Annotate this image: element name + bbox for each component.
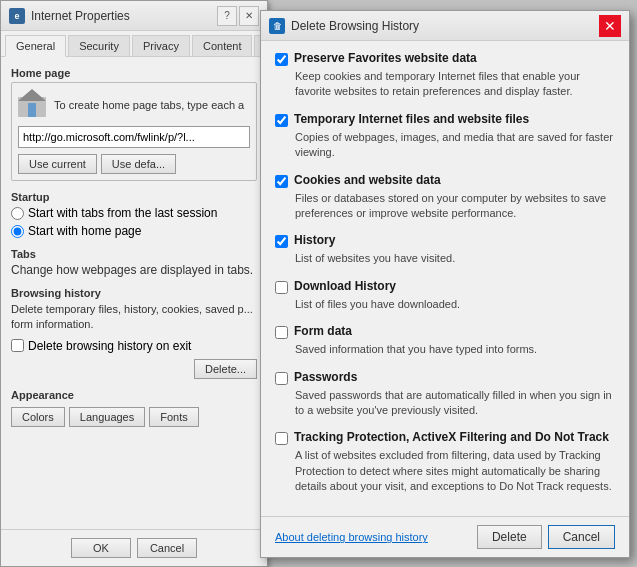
delete-button[interactable]: Delete... [194,359,257,379]
dbh-title-tracking: Tracking Protection, ActiveX Filtering a… [294,430,609,444]
startup-option2-row: Start with home page [11,224,257,238]
dbh-desc-favorites: Keep cookies and temporary Internet file… [275,69,615,100]
dbh-delete-button[interactable]: Delete [477,525,542,549]
fonts-button[interactable]: Fonts [149,407,199,427]
close-button[interactable]: ✕ [239,6,259,26]
appearance-label: Appearance [11,389,257,401]
dbh-close-button[interactable]: ✕ [599,15,621,37]
ip-tabs: General Security Privacy Content Connect… [1,31,267,57]
dbh-desc-history: List of websites you have visited. [275,251,615,266]
browsing-hist-desc: Delete temporary files, history, cookies… [11,302,257,333]
dbh-item-temp-files: Temporary Internet files and website fil… [275,112,615,161]
internet-properties-window: e Internet Properties ? ✕ General Securi… [0,0,268,567]
dbh-title-favorites: Preserve Favorites website data [294,51,477,65]
startup-section: Startup Start with tabs from the last se… [11,191,257,238]
ip-cancel-button[interactable]: Cancel [137,538,197,558]
languages-button[interactable]: Languages [69,407,145,427]
dbh-item-cookies: Cookies and website data Files or databa… [275,173,615,222]
startup-option2-label: Start with home page [28,224,141,238]
startup-option1-row: Start with tabs from the last session [11,206,257,220]
appearance-section: Appearance Colors Languages Fonts [11,389,257,427]
dbh-title-passwords: Passwords [294,370,357,384]
startup-option2-radio[interactable] [11,225,24,238]
about-deleting-link[interactable]: About deleting browsing history [275,531,477,543]
dbh-item-tracking: Tracking Protection, ActiveX Filtering a… [275,430,615,494]
delete-on-exit-label: Delete browsing history on exit [28,339,191,353]
dbh-title-download-history: Download History [294,279,396,293]
dbh-item-form-data: Form data Saved information that you hav… [275,324,615,357]
dbh-desc-form-data: Saved information that you have typed in… [275,342,615,357]
tab-privacy[interactable]: Privacy [132,35,190,56]
dbh-checkbox-cookies[interactable] [275,175,288,188]
home-page-section: Home page To create home page tabs, type… [11,67,257,181]
dbh-footer: About deleting browsing history Delete C… [261,516,629,557]
dbh-item-cookies-header: Cookies and website data [275,173,615,188]
home-btn-row: Use current Use defa... [18,154,250,174]
ip-footer: OK Cancel [1,529,267,566]
tab-security[interactable]: Security [68,35,130,56]
dbh-checkbox-passwords[interactable] [275,372,288,385]
delete-on-exit-checkbox[interactable] [11,339,24,352]
dbh-checkbox-form-data[interactable] [275,326,288,339]
home-url-input[interactable] [18,126,250,148]
appearance-btn-row: Colors Languages Fonts [11,407,257,427]
dbh-footer-buttons: Delete Cancel [477,525,615,549]
dbh-checkbox-history[interactable] [275,235,288,248]
tabs-section: Tabs Change how webpages are displayed i… [11,248,257,277]
dbh-item-favorites-header: Preserve Favorites website data [275,51,615,66]
use-default-button[interactable]: Use defa... [101,154,176,174]
startup-option1-label: Start with tabs from the last session [28,206,217,220]
use-current-button[interactable]: Use current [18,154,97,174]
dbh-desc-tracking: A list of websites excluded from filteri… [275,448,615,494]
home-icon-row: To create home page tabs, type each a [18,89,250,120]
dbh-item-download-history: Download History List of files you have … [275,279,615,312]
delete-btn-row: Delete... [11,359,257,379]
dbh-item-tracking-header: Tracking Protection, ActiveX Filtering a… [275,430,615,445]
dbh-item-form-header: Form data [275,324,615,339]
browsing-history-section: Browsing history Delete temporary files,… [11,287,257,379]
dbh-desc-cookies: Files or databases stored on your comput… [275,191,615,222]
dbh-title: Delete Browsing History [291,19,599,33]
dbh-item-download-header: Download History [275,279,615,294]
tab-general[interactable]: General [5,35,66,57]
home-page-box: To create home page tabs, type each a Us… [11,82,257,181]
ip-title: Internet Properties [31,9,215,23]
dbh-item-history-header: History [275,233,615,248]
home-page-desc: To create home page tabs, type each a [54,99,244,111]
dbh-checkbox-temp-files[interactable] [275,114,288,127]
dbh-item-passwords-header: Passwords [275,370,615,385]
dbh-content: Preserve Favorites website data Keep coo… [261,41,629,516]
svg-marker-1 [18,89,46,101]
svg-rect-2 [28,103,36,117]
tabs-label: Tabs [11,248,257,260]
home-icon [18,89,46,120]
dbh-desc-download-history: List of files you have downloaded. [275,297,615,312]
dbh-icon: 🗑 [269,18,285,34]
dbh-checkbox-favorites[interactable] [275,53,288,66]
dbh-item-temp-header: Temporary Internet files and website fil… [275,112,615,127]
delete-browsing-history-dialog: 🗑 Delete Browsing History ✕ Preserve Fav… [260,10,630,558]
delete-on-exit-row: Delete browsing history on exit [11,339,257,353]
dbh-checkbox-download-history[interactable] [275,281,288,294]
help-button[interactable]: ? [217,6,237,26]
dbh-item-passwords: Passwords Saved passwords that are autom… [275,370,615,419]
dbh-title-temp-files: Temporary Internet files and website fil… [294,112,529,126]
browsing-hist-label: Browsing history [11,287,257,299]
dbh-titlebar: 🗑 Delete Browsing History ✕ [261,11,629,41]
dbh-checkbox-tracking[interactable] [275,432,288,445]
ie-icon: e [9,8,25,24]
colors-button[interactable]: Colors [11,407,65,427]
tab-content[interactable]: Content [192,35,253,56]
home-page-label: Home page [11,67,257,79]
dbh-desc-passwords: Saved passwords that are automatically f… [275,388,615,419]
startup-option1-radio[interactable] [11,207,24,220]
dbh-title-cookies: Cookies and website data [294,173,441,187]
ip-content: Home page To create home page tabs, type… [1,57,267,447]
dbh-item-favorites: Preserve Favorites website data Keep coo… [275,51,615,100]
ok-button[interactable]: OK [71,538,131,558]
dbh-cancel-button[interactable]: Cancel [548,525,615,549]
dbh-title-history: History [294,233,335,247]
dbh-desc-temp-files: Copies of webpages, images, and media th… [275,130,615,161]
startup-label: Startup [11,191,257,203]
tabs-desc: Change how webpages are displayed in tab… [11,263,253,277]
